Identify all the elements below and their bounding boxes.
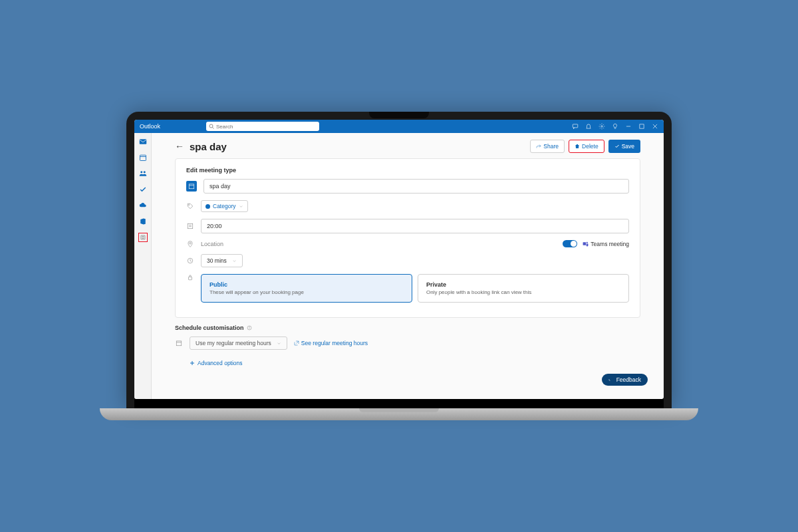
teams-toggle[interactable] [563,240,577,247]
teams-label: Teams meeting [583,241,629,247]
svg-rect-20 [188,223,193,229]
office-icon[interactable] [138,217,148,226]
app-name: Outlook [140,123,206,130]
share-button[interactable]: Share [530,140,565,153]
svg-rect-31 [176,341,182,346]
private-title: Private [426,281,620,288]
info-icon [247,325,252,331]
plus-icon [190,360,195,366]
svg-point-11 [140,171,142,173]
save-button[interactable]: Save [608,140,640,153]
svg-point-25 [587,242,588,243]
back-arrow-icon[interactable]: ← [175,141,184,152]
meeting-name-input[interactable] [203,179,629,194]
svg-point-23 [190,242,192,244]
search-input[interactable] [216,124,317,130]
save-label: Save [622,143,634,150]
chat-icon[interactable] [572,123,579,130]
svg-rect-9 [140,155,146,160]
svg-rect-2 [573,124,578,128]
edit-meeting-card: Edit meeting type Category [175,158,640,318]
close-icon[interactable] [652,123,658,130]
advanced-options-button[interactable]: Advanced options [190,360,243,366]
mail-icon[interactable] [138,137,148,146]
clock-icon [186,257,194,264]
feedback-button[interactable]: Feedback [602,374,648,386]
svg-rect-34 [190,363,194,364]
minimize-icon[interactable] [625,123,632,130]
details-icon [186,223,194,229]
visibility-private[interactable]: Private Only people with a booking link … [418,274,629,303]
bookings-icon[interactable] [138,233,148,242]
delete-button[interactable]: Delete [569,140,604,153]
share-label: Share [543,143,559,150]
chevron-down-icon [277,341,281,346]
main-content: ← spa day Share Delete Save [152,133,664,399]
schedule-icon [175,340,183,346]
svg-point-30 [249,327,249,327]
chevron-down-icon [232,259,237,263]
visibility-public[interactable]: Public These will appear on your booking… [201,274,412,303]
visibility-icon [186,274,194,281]
time-input[interactable] [201,219,629,233]
svg-rect-8 [139,139,146,144]
teams-icon [583,241,589,247]
svg-line-1 [213,128,214,129]
svg-point-3 [601,126,603,128]
todo-icon[interactable] [138,185,148,194]
bell-icon[interactable] [585,123,592,130]
public-desc: These will appear on your booking page [209,289,404,295]
section-schedule-title: Schedule customisation [175,325,640,331]
maximize-icon[interactable] [638,123,645,130]
sidebar [134,133,152,399]
regular-hours-link[interactable]: See regular meeting hours [294,340,368,346]
category-selector[interactable]: Category [201,200,248,212]
duration-select[interactable]: 30 mins [201,254,243,267]
private-desc: Only people with a booking link can view… [426,289,620,295]
titlebar: Outlook [134,120,664,133]
share-icon [536,144,541,149]
external-link-icon [294,340,299,346]
delete-label: Delete [582,143,598,150]
svg-point-0 [209,124,213,128]
schedule-hours-select[interactable]: Use my regular meeting hours [190,336,287,350]
svg-rect-5 [640,124,644,128]
search-box[interactable] [206,122,319,131]
duration-value: 30 mins [207,257,227,264]
public-title: Public [209,281,404,288]
people-icon[interactable] [138,169,148,178]
outlook-window: Outlook [134,120,664,399]
section-edit-title: Edit meeting type [186,167,629,174]
gear-icon[interactable] [598,123,605,130]
check-icon [614,144,620,149]
trash-icon [575,144,580,149]
svg-point-19 [189,205,190,205]
svg-rect-27 [189,277,192,279]
calendar-icon[interactable] [138,153,148,162]
onedrive-icon[interactable] [138,201,148,210]
page-title: spa day [190,141,530,152]
location-input[interactable]: Location [201,241,557,247]
chevron-down-icon [239,204,243,209]
megaphone-icon [608,377,614,382]
category-color-dot [205,204,210,209]
lightbulb-icon[interactable] [612,123,618,130]
event-icon [186,181,197,192]
schedule-select-value: Use my regular meeting hours [196,340,271,346]
svg-rect-24 [583,242,587,245]
tag-icon [186,203,194,209]
svg-point-12 [143,171,145,173]
search-icon [209,124,214,129]
location-icon [186,241,194,247]
svg-rect-17 [189,184,194,189]
category-label: Category [213,203,236,209]
